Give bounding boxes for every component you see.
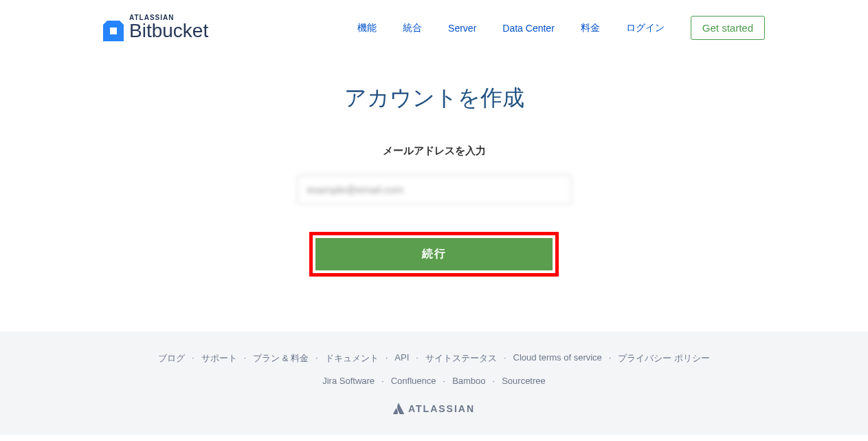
footer-bamboo[interactable]: Bamboo: [452, 376, 485, 386]
footer-terms[interactable]: Cloud terms of service: [513, 352, 602, 365]
continue-button[interactable]: 続行: [315, 238, 553, 270]
nav-integrations[interactable]: 統合: [403, 22, 422, 34]
nav-features[interactable]: 機能: [357, 22, 377, 34]
footer-support[interactable]: サポート: [201, 352, 237, 365]
page-footer: ブログ · サポート · プラン & 料金 · ドキュメント · API · サ…: [0, 332, 868, 435]
footer-docs[interactable]: ドキュメント: [325, 352, 379, 365]
brand-name: Bitbucket: [129, 20, 208, 42]
logo-area[interactable]: ATLASSIAN Bitbucket: [103, 14, 208, 42]
continue-highlight: 続行: [309, 232, 559, 277]
logo-wrapper: Bitbucket: [103, 20, 208, 42]
footer-sourcetree[interactable]: Sourcetree: [502, 376, 546, 386]
footer-status[interactable]: サイトステータス: [425, 352, 497, 365]
atlassian-icon: [393, 403, 404, 414]
get-started-button[interactable]: Get started: [691, 16, 765, 40]
footer-confluence[interactable]: Confluence: [391, 376, 436, 386]
bitbucket-icon: [103, 21, 124, 41]
footer-links-row2: Jira Software · Confluence · Bamboo · So…: [14, 376, 854, 386]
footer-blog[interactable]: ブログ: [158, 352, 185, 365]
page-header: ATLASSIAN Bitbucket 機能 統合 Server Data Ce…: [0, 0, 868, 56]
main-nav: 機能 統合 Server Data Center 料金 ログイン Get sta…: [357, 16, 765, 40]
atlassian-footer-label: ATLASSIAN: [408, 403, 475, 414]
footer-jira[interactable]: Jira Software: [322, 376, 375, 386]
email-subtitle: メールアドレスを入力: [14, 144, 854, 158]
footer-privacy[interactable]: プライバシー ポリシー: [618, 352, 710, 365]
page-title: アカウントを作成: [14, 83, 854, 114]
footer-links-row1: ブログ · サポート · プラン & 料金 · ドキュメント · API · サ…: [14, 352, 854, 365]
footer-plans[interactable]: プラン & 料金: [253, 352, 309, 365]
atlassian-footer-brand[interactable]: ATLASSIAN: [14, 403, 854, 414]
nav-login[interactable]: ログイン: [626, 22, 665, 34]
email-input[interactable]: [297, 175, 572, 204]
footer-api[interactable]: API: [394, 352, 409, 365]
nav-data-center[interactable]: Data Center: [502, 23, 554, 34]
nav-pricing[interactable]: 料金: [581, 22, 600, 34]
nav-server[interactable]: Server: [448, 23, 476, 34]
main-content: アカウントを作成 メールアドレスを入力 続行: [0, 56, 868, 332]
